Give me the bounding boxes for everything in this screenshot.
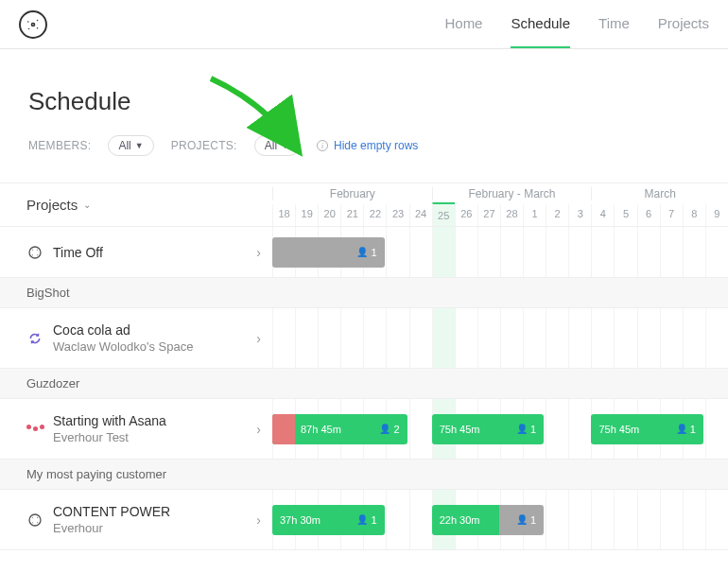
bar-hours: 75h 45m: [440, 424, 516, 435]
day-label: 22: [363, 204, 386, 226]
svg-point-6: [32, 249, 33, 250]
svg-point-3: [37, 27, 39, 29]
schedule-bar[interactable]: 37h 30m👤1: [272, 505, 385, 535]
timeline-area[interactable]: 87h 45m👤275h 45m👤175h 45m👤1: [272, 399, 728, 459]
projects-filter-value: All: [265, 139, 277, 152]
day-label: 25: [432, 202, 455, 226]
project-row: Starting with AsanaEverhour Test›87h 45m…: [0, 399, 728, 460]
filters-bar: MEMBERS: All ▼ PROJECTS: All ▼ i Hide em…: [28, 135, 700, 156]
project-icon: [26, 244, 43, 261]
projects-column-header[interactable]: Projects ⌄: [0, 183, 272, 226]
day-label: 8: [683, 204, 705, 226]
timeline-area[interactable]: 👤1: [272, 227, 728, 277]
day-label: 18: [272, 204, 295, 226]
day-label: 26: [455, 204, 477, 226]
svg-point-8: [37, 254, 38, 255]
day-label: 23: [386, 204, 408, 226]
svg-point-5: [29, 247, 41, 258]
project-row: CONTENT POWEREverhour›37h 30m👤122h 30m👤1: [0, 490, 728, 550]
app-logo: [19, 10, 47, 39]
user-icon: 👤: [676, 424, 687, 434]
schedule-bar[interactable]: 22h 30m👤1: [432, 505, 545, 535]
nav-time[interactable]: Time: [598, 0, 630, 48]
user-icon: 👤: [379, 424, 390, 434]
chevron-right-icon: ›: [256, 512, 261, 528]
user-icon: 👤: [516, 424, 528, 434]
projects-filter-chip[interactable]: All ▼: [254, 135, 300, 156]
day-label: 20: [318, 204, 340, 226]
caret-down-icon: ▼: [281, 141, 289, 150]
chevron-right-icon: ›: [256, 331, 261, 346]
day-label: 1: [523, 204, 546, 226]
day-label: 3: [568, 204, 591, 226]
bar-hours: 22h 30m: [440, 514, 516, 526]
info-icon: i: [317, 140, 328, 151]
day-label: 5: [614, 204, 636, 226]
schedule-bar[interactable]: 75h 45m👤1: [432, 414, 545, 444]
members-filter-label: MEMBERS:: [28, 139, 91, 152]
svg-point-9: [32, 254, 33, 255]
day-label: 2: [546, 204, 568, 226]
user-icon: 👤: [356, 247, 368, 257]
svg-point-0: [32, 23, 35, 26]
chevron-right-icon: ›: [256, 245, 261, 260]
group-label: My most paying customer: [0, 460, 272, 489]
schedule-grid: Projects ⌄ FebruaryFebruary - MarchMarch…: [0, 182, 728, 550]
chevron-down-icon: ⌄: [83, 200, 91, 210]
grid-header-row: Projects ⌄ FebruaryFebruary - MarchMarch…: [0, 183, 728, 227]
members-filter-chip[interactable]: All ▼: [108, 135, 153, 156]
day-label: 19: [295, 204, 318, 226]
group-label: BigShot: [0, 278, 272, 307]
group-label: Guzdozer: [0, 369, 272, 398]
day-label: 4: [591, 204, 614, 226]
project-row-header[interactable]: Coca cola adWaclaw Wolodko's Space›: [0, 308, 272, 368]
project-name: Coca cola ad: [53, 322, 193, 338]
project-row-header[interactable]: CONTENT POWEREverhour›: [0, 490, 272, 549]
project-row: Time Off›👤1: [0, 227, 728, 278]
project-name: Starting with Asana: [53, 413, 166, 428]
bar-hours: 87h 45m: [301, 424, 379, 435]
nav-home[interactable]: Home: [444, 0, 482, 48]
schedule-bar[interactable]: 87h 45m👤2: [272, 414, 407, 444]
group-header: My most paying customer: [0, 460, 728, 490]
schedule-bar[interactable]: 👤1: [272, 237, 385, 268]
timeline-area[interactable]: 37h 30m👤122h 30m👤1: [272, 490, 728, 549]
month-labels: FebruaryFebruary - MarchMarch: [272, 183, 728, 204]
month-label: February: [272, 187, 432, 200]
timeline-area[interactable]: [272, 308, 728, 368]
group-header: Guzdozer: [0, 369, 728, 399]
day-label: 24: [409, 204, 432, 226]
project-subtitle: Everhour: [53, 521, 170, 535]
month-label: March: [591, 187, 728, 200]
svg-point-14: [32, 522, 33, 523]
project-row: Coca cola adWaclaw Wolodko's Space›: [0, 308, 728, 369]
svg-point-4: [28, 27, 30, 29]
day-label: 6: [637, 204, 660, 226]
project-subtitle: Everhour Test: [53, 430, 166, 444]
schedule-bar[interactable]: 75h 45m👤1: [591, 414, 703, 444]
day-label: 21: [340, 204, 363, 226]
svg-point-13: [37, 522, 38, 523]
project-subtitle: Waclaw Wolodko's Space: [53, 339, 193, 354]
projects-header-label: Projects: [26, 197, 78, 213]
hide-empty-rows-link[interactable]: i Hide empty rows: [317, 139, 418, 152]
day-labels: 1819202122232425262728123456789: [272, 204, 728, 226]
bar-people-count: 👤1: [676, 424, 696, 435]
page-header: Schedule MEMBERS: All ▼ PROJECTS: All ▼ …: [0, 49, 728, 165]
user-icon: 👤: [516, 514, 528, 525]
day-label: 28: [500, 204, 523, 226]
day-label: 9: [705, 204, 728, 226]
main-nav: Home Schedule Time Projects: [444, 0, 709, 48]
project-icon: [26, 330, 43, 347]
members-filter-value: All: [118, 139, 130, 152]
project-row-header[interactable]: Starting with AsanaEverhour Test›: [0, 399, 272, 459]
bar-hours: 75h 45m: [598, 424, 675, 435]
project-row-header[interactable]: Time Off›: [0, 227, 272, 277]
page-title: Schedule: [28, 87, 700, 116]
nav-schedule[interactable]: Schedule: [511, 0, 570, 48]
nav-projects[interactable]: Projects: [658, 0, 709, 48]
topbar: Home Schedule Time Projects: [0, 0, 728, 49]
bar-people-count: 👤1: [356, 514, 376, 526]
bar-people-count: 👤1: [356, 247, 376, 258]
project-name: Time Off: [53, 245, 103, 260]
